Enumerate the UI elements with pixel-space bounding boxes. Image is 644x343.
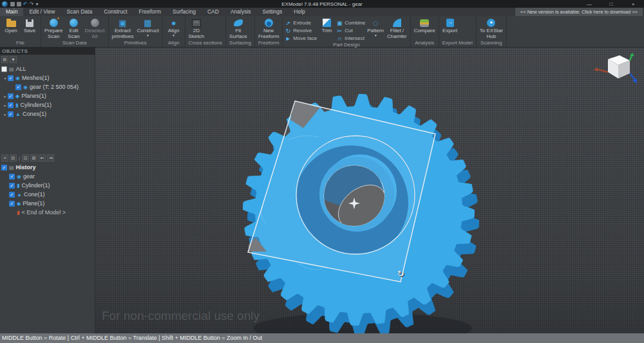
move-face-button[interactable]: ► Move face: [285, 35, 317, 42]
tree-item-cones[interactable]: ▸ ✓ ▲ Cones(1): [0, 109, 95, 118]
trim-button[interactable]: Trim: [317, 17, 336, 34]
menu-edit-view[interactable]: Edit / View: [23, 8, 61, 16]
ribbon-group-primitives: ▣ Extract primitives ▦ Construct ▾ Primi…: [109, 16, 163, 47]
checkbox-cones[interactable]: ✓: [8, 111, 14, 117]
go-last-icon[interactable]: ⇥: [47, 154, 54, 162]
combine-icon: ▣: [336, 20, 343, 26]
menu-scan-data[interactable]: Scan Data: [61, 8, 98, 16]
align-button[interactable]: ● Align ▾: [165, 17, 183, 37]
combine-button[interactable]: ▣ Combine: [336, 19, 365, 26]
history-item-root[interactable]: ✓ ▤ History: [0, 163, 95, 172]
intersect-button[interactable]: ∩ Intersect: [336, 35, 365, 42]
maximize-button[interactable]: □: [600, 1, 622, 7]
checkbox-history-gear[interactable]: ✓: [9, 174, 15, 180]
history-item-gear[interactable]: ✓ ◉ gear: [0, 172, 95, 181]
ribbon-group-scanning: ★ To EXStar Hub Scanning: [477, 16, 507, 47]
menu-construct[interactable]: Construct: [98, 8, 133, 16]
cylinder-icon: ▮: [17, 183, 19, 189]
chevron-right-icon[interactable]: ▸: [3, 103, 8, 107]
mesh-icon: ◉: [15, 75, 20, 81]
fillet-chamfer-button[interactable]: Fillet / Chamfer: [386, 17, 408, 39]
align-icon: ●: [171, 17, 176, 28]
menu-cad[interactable]: CAD: [202, 8, 225, 16]
fit-surface-button[interactable]: Fit Surface: [228, 17, 249, 39]
update-notice[interactable]: << New version is available. Click here …: [515, 8, 643, 16]
checkbox-planes[interactable]: ✓: [8, 93, 14, 99]
construct-button[interactable]: ▦ Construct ▾: [135, 17, 160, 37]
navigation-cube[interactable]: [594, 53, 640, 91]
fit-plane[interactable]: [248, 101, 435, 282]
edit-scan-button[interactable]: Edit Scan: [64, 17, 82, 39]
prepare-scan-button[interactable]: + Prepare Scan: [43, 17, 64, 39]
history-list-icon[interactable]: ≡: [1, 154, 8, 162]
history-item-end-of-model[interactable]: ▮ < End of Model >: [0, 208, 95, 217]
menu-surfacing[interactable]: Surfacing: [167, 8, 202, 16]
chevron-right-icon[interactable]: ▸: [3, 94, 8, 98]
menu-analysis[interactable]: Analysis: [225, 8, 257, 16]
menu-help[interactable]: Help: [288, 8, 310, 16]
2d-sketch-button[interactable]: ◠ 2D Sketch: [187, 17, 205, 39]
close-button[interactable]: ×: [622, 1, 644, 7]
history-item-cone[interactable]: ✓ ▲ Cone(1): [0, 190, 95, 199]
deselect-all-icon: [91, 19, 99, 27]
rotate-cursor-icon: ↻ ↻: [397, 269, 405, 279]
checkbox-meshes[interactable]: ✓: [8, 75, 14, 81]
save-button[interactable]: Save: [21, 17, 39, 34]
extrude-icon: ↗: [285, 20, 291, 26]
tree-item-planes[interactable]: ▸ ✓ ◆ Planes(1): [0, 91, 95, 100]
extract-primitives-button[interactable]: ▣ Extract primitives: [111, 17, 135, 39]
deselect-all-button[interactable]: Deselect All: [83, 17, 106, 39]
cut-button[interactable]: ✂ Cut: [336, 27, 365, 34]
extrude-button[interactable]: ↗ Extrude: [285, 19, 317, 26]
chevron-down-icon[interactable]: ▾: [3, 76, 8, 80]
move-face-icon: ►: [285, 35, 291, 42]
expand-all-icon[interactable]: ⊞: [1, 56, 8, 63]
group-label-surfacing: Surfacing: [227, 40, 253, 47]
history-collapse-icon[interactable]: ⊞: [30, 154, 37, 162]
chevron-right-icon[interactable]: ▸: [3, 112, 8, 116]
all-icon: ▤: [9, 66, 14, 72]
checkbox-history-cylinder[interactable]: ✓: [9, 183, 15, 189]
window-controls: — □ ×: [578, 1, 644, 7]
fillet-chamfer-icon: [393, 19, 401, 27]
plane-icon: ◆: [15, 93, 19, 99]
save-icon: [26, 19, 33, 27]
go-first-icon[interactable]: ⇤: [39, 154, 46, 162]
compare-button[interactable]: Compare: [413, 17, 437, 34]
prepare-scan-icon: +: [50, 19, 58, 27]
app-window: ↶ ↷ ▾ EXModel 7.9.48 PERSONAL - gear — □…: [0, 0, 644, 343]
menu-settings[interactable]: Settings: [257, 8, 289, 16]
revolve-button[interactable]: ↻ Revolve: [285, 27, 317, 34]
export-button[interactable]: → Export: [441, 17, 459, 34]
minimize-button[interactable]: —: [578, 1, 600, 7]
history-item-plane[interactable]: ✓ ◆ Plane(1): [0, 199, 95, 208]
filter-icon[interactable]: ▼: [10, 56, 17, 63]
construct-dropdown-icon: ▾: [147, 34, 149, 37]
tree-item-all[interactable]: ✓ ▤ ALL: [0, 64, 95, 73]
history-tree-icon[interactable]: ⊟: [10, 154, 17, 162]
checkbox-gear[interactable]: ✓: [15, 84, 21, 90]
to-exstar-hub-button[interactable]: ★ To EXStar Hub: [478, 17, 504, 39]
menu-main[interactable]: Main: [0, 8, 23, 16]
cone-icon: ▲: [15, 111, 21, 117]
checkbox-cylinders[interactable]: ✓: [8, 102, 14, 108]
export-icon: →: [446, 19, 454, 27]
history-expand-icon[interactable]: ⊡: [22, 154, 29, 162]
history-item-cylinder[interactable]: ✓ ▮ Cylinder(1): [0, 181, 95, 190]
checkbox-all[interactable]: ✓: [1, 66, 7, 72]
group-label-scan-data: Scan Data: [43, 40, 107, 47]
tree-item-meshes[interactable]: ▾ ✓ ◉ Meshes(1): [0, 73, 95, 82]
open-button[interactable]: Open: [2, 17, 20, 34]
gear-model[interactable]: ↻ ↻: [95, 48, 644, 333]
pattern-button[interactable]: ◌ Pattern ▾: [366, 17, 385, 37]
menu-freeform[interactable]: Freeform: [133, 8, 167, 16]
tree-item-cylinders[interactable]: ▸ ✓ ▮ Cylinders(1): [0, 100, 95, 109]
checkbox-history-plane[interactable]: ✓: [9, 201, 15, 207]
new-freeform-button[interactable]: New Freeform: [257, 17, 280, 39]
group-label-primitives: Primitives: [110, 40, 161, 47]
checkbox-history-cone[interactable]: ✓: [9, 192, 15, 198]
tree-item-gear[interactable]: ✓ ◉ gear (T: 2 500 054): [0, 82, 95, 91]
ribbon-group-surfacing: Fit Surface Surfacing: [226, 16, 255, 47]
checkbox-history[interactable]: ✓: [1, 165, 7, 171]
3d-viewport[interactable]: ↻ ↻ For non-commercial use only: [95, 48, 644, 333]
